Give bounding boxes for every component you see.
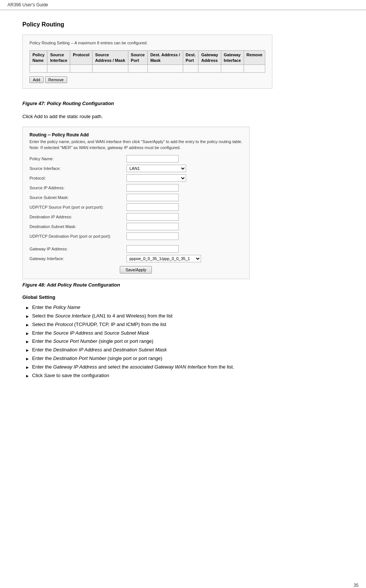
label-dest-port: UDP/TCP Destination Port (port or port:p… (29, 234, 126, 238)
label-gateway-interface: Gateway Interface: (29, 256, 126, 261)
list-item-2: Select the Source Interface (LAN1 to 4 a… (26, 312, 344, 320)
section-title: Policy Routing (22, 21, 344, 28)
input-dest-mask[interactable] (126, 223, 179, 230)
page-header: AR396 User's Guide (0, 0, 366, 10)
input-policy-name[interactable] (126, 155, 179, 162)
list-item-4: Enter the Source IP Address and Source S… (26, 329, 344, 337)
page-number: 35 (354, 583, 359, 588)
col-gateway-interface: GatewayInterface (221, 51, 244, 65)
figure48-caption: Figure 48: Add Policy Route Configuratio… (22, 282, 344, 288)
list-item-5: Enter the Source Port Number (single por… (26, 338, 344, 345)
col-source-interface: SourceInterface (47, 51, 70, 65)
page-footer: 35 (354, 583, 359, 588)
form-row-gateway-interface: Gateway Interface: pppoe_0_0_35_1/ppp_0_… (29, 255, 243, 262)
input-source-port[interactable] (126, 203, 179, 211)
list-item-8: Enter the Gateway IP Address and select … (26, 363, 344, 371)
input-gateway-ip[interactable] (126, 245, 179, 253)
col-remove: Remove (244, 51, 265, 65)
col-dest-port: Dest.Port (183, 51, 198, 65)
form-row-source-interface: Source Interface: LAN1 LAN2 LAN3 LAN4 Wi… (29, 165, 243, 172)
figure48-box: Routing -- Policy Route Add Enter the po… (22, 127, 250, 279)
global-setting-title: Global Setting (22, 294, 344, 300)
select-source-interface[interactable]: LAN1 LAN2 LAN3 LAN4 Wireless (126, 165, 186, 172)
form-row-gateway-ip: Gateway IP Address: (29, 245, 243, 253)
input-dest-port[interactable] (126, 233, 179, 240)
figure47-caption: Figure 47: Policy Routing Configuration (22, 101, 344, 106)
empty-table-row (30, 64, 265, 72)
list-item-1: Enter the Policy Name (26, 304, 344, 312)
label-source-interface: Source Interface: (29, 166, 126, 171)
list-item-9: Click Save to save the configuration (26, 372, 344, 380)
input-source-mask[interactable] (126, 194, 179, 201)
policy-routing-setting-label: Policy Routing Setting -- A maximum 8 en… (29, 40, 265, 46)
list-item-6: Enter the Destination IP Address and Des… (26, 346, 344, 354)
form-row-source-ip: Source IP Address: (29, 184, 243, 192)
label-dest-ip: Destination IP Address: (29, 215, 126, 219)
label-dest-mask: Destination Subnet Mask: (29, 224, 126, 229)
col-gateway-address: GatewayAddress (198, 51, 221, 65)
form-desc-line1: Enter the policy name, policies, and WAN… (29, 139, 243, 144)
label-policy-name: Policy Name: (29, 157, 126, 161)
col-policy-name: PolicyName (30, 51, 47, 65)
policy-routing-table: PolicyName SourceInterface Protocol Sour… (29, 50, 265, 73)
form-row-dest-ip: Destination IP Address: (29, 213, 243, 221)
header-title: AR396 User's Guide (7, 2, 48, 7)
form-row-policy-name: Policy Name: (29, 155, 243, 162)
add-button[interactable]: Add (29, 76, 44, 83)
col-source-port: SourcePort (128, 51, 147, 65)
table-buttons: Add Remove (29, 76, 265, 83)
input-source-ip[interactable] (126, 184, 179, 192)
col-dest-address-mask: Dest. Address /Mask (147, 51, 183, 65)
list-item-7: Enter the Destination Port Number (singl… (26, 355, 344, 363)
label-source-ip: Source IP Address: (29, 186, 126, 190)
col-source-address-mask: SourceAddress / Mask (92, 51, 128, 65)
figure47-box: Policy Routing Setting -- A maximum 8 en… (22, 35, 272, 89)
main-content: Policy Routing Policy Routing Setting --… (0, 10, 366, 402)
col-protocol: Protocol (70, 51, 93, 65)
form-row-source-mask: Source Subnet Mask: (29, 194, 243, 201)
input-dest-ip[interactable] (126, 213, 179, 221)
remove-button[interactable]: Remove (45, 76, 67, 83)
form-row-dest-port: UDP/TCP Destination Port (port or port:p… (29, 233, 243, 240)
table-header-row: PolicyName SourceInterface Protocol Sour… (30, 51, 265, 65)
label-protocol: Protocol: (29, 176, 126, 180)
form-desc-line2: Note: If selected "MER" as WAN interface… (29, 145, 181, 150)
save-apply-button[interactable]: Save/Apply (120, 266, 152, 274)
click-add-text: Click Add to add the static route path. (22, 113, 344, 120)
global-setting-list: Enter the Policy Name Select the Source … (22, 304, 344, 379)
form-row-dest-mask: Destination Subnet Mask: (29, 223, 243, 230)
label-source-mask: Source Subnet Mask: (29, 195, 126, 200)
form-title: Routing -- Policy Route Add (29, 132, 243, 137)
form-row-source-port: UDP/TCP Source Port (port or port:port): (29, 203, 243, 211)
form-desc: Enter the policy name, policies, and WAN… (29, 139, 243, 151)
form-row-protocol: Protocol: TCP/UDP TCP IP ICMP (29, 174, 243, 182)
label-gateway-ip: Gateway IP Address: (29, 247, 126, 251)
select-protocol[interactable]: TCP/UDP TCP IP ICMP (126, 174, 186, 182)
list-item-3: Select the Protocol (TCP/UDP, TCP, IP an… (26, 321, 344, 329)
select-gateway-interface[interactable]: pppoe_0_0_35_1/ppp_0_0_35_1 (126, 255, 201, 262)
label-source-port: UDP/TCP Source Port (port or port:port): (29, 205, 126, 209)
